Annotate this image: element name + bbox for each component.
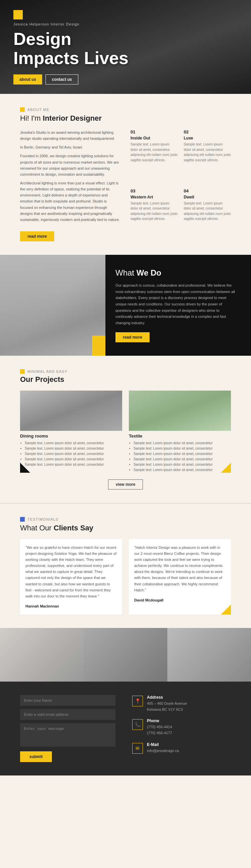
projects-section-label: Minimal and Easy xyxy=(28,369,68,373)
list-item: Sample text. Lorem ipsum dolor sit amet,… xyxy=(25,446,122,451)
testimonial-card-2: "Hatch Interior Design was a pleasure to… xyxy=(129,539,231,615)
what-image xyxy=(0,255,105,356)
about-item: 04 Dwell Sample text. Lorem ipsum dolor … xyxy=(184,188,231,241)
contact-phone-item: 📞 Phone (770) 456-4414(770) 456-4177 xyxy=(132,718,231,736)
about-read-more-button[interactable]: read more xyxy=(20,231,54,241)
testimonial-author-2: David Mcdougall xyxy=(134,597,225,603)
list-item: Sample text. Lorem ipsum dolor sit amet,… xyxy=(25,451,122,457)
contact-address-item: 📍 Address 405 – 460 Doyle AvenueKelowna … xyxy=(132,695,231,712)
test-yellow-corner xyxy=(221,604,231,615)
contact-form: submit xyxy=(20,695,126,762)
message-textarea[interactable] xyxy=(20,723,115,747)
list-item: Sample text: Lorem ipsum dolor sit amet,… xyxy=(134,440,231,446)
what-yellow-block xyxy=(92,336,105,356)
testimonials-section: Testimonials What Our Clients Say "We ar… xyxy=(0,503,251,628)
about-item-title: Western Art xyxy=(131,195,178,199)
view-more-button[interactable]: view more xyxy=(108,479,143,490)
submit-button[interactable]: submit xyxy=(20,751,52,762)
about-item-num: 01 xyxy=(131,129,178,134)
hero-title-line2: Impacts Lives xyxy=(13,49,238,68)
address-info: Address 405 – 460 Doyle AvenueKelowna BC… xyxy=(147,695,187,712)
about-p1: Jessika's Studio is an award winning arc… xyxy=(20,129,120,142)
address-icon: 📍 xyxy=(132,696,143,706)
about-item-title: Luxe xyxy=(184,136,231,141)
contact-info: 📍 Address 405 – 460 Doyle AvenueKelowna … xyxy=(126,695,231,762)
list-item: Sample text: Lorem ipsum dolor sit amet,… xyxy=(134,467,231,473)
list-item: Sample text: Lorem ipsum dolor sit amet,… xyxy=(134,446,231,451)
dining-image xyxy=(20,391,122,431)
about-accent-square xyxy=(20,107,25,112)
what-text: Our approach is curious, collaborative a… xyxy=(115,282,238,326)
email-input[interactable] xyxy=(20,709,115,720)
testimonial-text-2: "Hatch Interior Design was a pleasure to… xyxy=(134,545,225,593)
project-triangle-right xyxy=(221,463,231,473)
about-title-pre: Hi! I'm xyxy=(20,114,43,122)
about-title: Hi! I'm Interior Designer xyxy=(20,114,231,123)
gallery-image-1 xyxy=(0,628,84,682)
about-item-text: Sample text. Lorem ipsum dolor sit amet,… xyxy=(131,201,178,222)
email-text: info@jessdesign.ca xyxy=(147,748,179,754)
list-item: Sample text: Lorem ipsum dolor sit amet,… xyxy=(134,457,231,462)
email-label: E-Mail xyxy=(147,742,179,747)
testimonials-title: What Our Clients Say xyxy=(20,524,231,532)
email-icon: ✉ xyxy=(132,743,143,754)
about-section: About Me Hi! I'm Interior Designer Jessi… xyxy=(0,94,251,255)
projects-accent-square xyxy=(20,369,25,374)
projects-title: Our Projects xyxy=(20,375,231,384)
phone-icon: 📞 xyxy=(132,719,143,730)
about-left-col: Jessika's Studio is an award winning arc… xyxy=(20,129,120,241)
textile-list: Sample text: Lorem ipsum dolor sit amet,… xyxy=(129,440,231,473)
about-item-text: Sample text. Lorem ipsum dolor sit amet,… xyxy=(184,201,231,222)
about-item: 03 Western Art Sample text. Lorem ipsum … xyxy=(131,188,178,241)
project-triangle-left xyxy=(20,463,30,473)
hero-buttons: about us contact us xyxy=(13,74,238,85)
name-input[interactable] xyxy=(20,695,115,706)
about-grid: Jessika's Studio is an award winning arc… xyxy=(20,129,231,241)
about-button[interactable]: about us xyxy=(13,74,42,85)
about-item-num: 04 xyxy=(184,188,231,193)
about-item: 02 Luxe Sample text. Lorem ipsum dolor s… xyxy=(184,129,231,182)
about-item-title: Dwell xyxy=(184,195,231,199)
what-title: What We Do xyxy=(115,268,238,278)
hero-title-line1: Design xyxy=(13,30,238,49)
about-label-row: About Me xyxy=(20,107,231,112)
about-item-text: Sample text. Lorem ipsum dolor sit amet,… xyxy=(131,142,178,163)
about-item-title: Inside Out xyxy=(131,136,178,141)
about-item-num: 03 xyxy=(131,188,178,193)
gallery-image-2 xyxy=(84,628,167,682)
testimonials-section-label: Testimonials xyxy=(28,517,59,521)
about-section-label: About Me xyxy=(28,107,49,112)
list-item: Sample text. Lorem ipsum dolor sit amet,… xyxy=(25,457,122,462)
contact-section: submit 📍 Address 405 – 460 Doyle AvenueK… xyxy=(0,682,251,775)
hero-accent-square xyxy=(13,10,23,20)
projects-section: Minimal and Easy Our Projects Dining roo… xyxy=(0,356,251,503)
contact-email-item: ✉ E-Mail info@jessdesign.ca xyxy=(132,742,231,754)
testimonial-author-1: Hannah Maclennan xyxy=(26,603,117,609)
projects-grid: Dining rooms Sample text. Lorem ipsum do… xyxy=(20,391,231,473)
list-item: Sample text: Lorem ipsum dolor sit amet,… xyxy=(134,451,231,457)
dining-list: Sample text. Lorem ipsum dolor sit amet,… xyxy=(20,440,122,467)
testimonials-grid: "We are so grateful to have chosen Hatch… xyxy=(20,539,231,615)
testimonial-card-1: "We are so grateful to have chosen Hatch… xyxy=(20,539,122,615)
address-label: Address xyxy=(147,695,187,700)
contact-button[interactable]: contact us xyxy=(45,74,78,85)
what-content: What We Do Our approach is curious, coll… xyxy=(105,255,251,356)
projects-label-row: Minimal and Easy xyxy=(20,369,231,374)
textile-title: Textile xyxy=(129,434,231,438)
test-title-main: Clients Say xyxy=(53,524,94,532)
gallery-image-3 xyxy=(167,628,251,682)
what-image-inner xyxy=(0,255,105,356)
project-card-dining: Dining rooms Sample text. Lorem ipsum do… xyxy=(20,391,122,473)
what-read-more-button[interactable]: read more xyxy=(115,332,150,342)
hero-brand: Jessica Helperson Interior Design xyxy=(13,22,238,26)
phone-info: Phone (770) 456-4414(770) 456-4177 xyxy=(147,718,172,736)
what-title-pre: What xyxy=(115,268,137,277)
about-right-col: 01 Inside Out Sample text. Lorem ipsum d… xyxy=(131,129,231,241)
testimonials-label-row: Testimonials xyxy=(20,517,231,522)
email-info: E-Mail info@jessdesign.ca xyxy=(147,742,179,754)
about-p2: in Berlin, Germany and Tel Aviv, Israel. xyxy=(20,144,120,150)
project-card-textile: Textile Sample text: Lorem ipsum dolor s… xyxy=(129,391,231,473)
testimonial-text-1: "We are so grateful to have chosen Hatch… xyxy=(26,545,117,599)
list-item: Sample text: Lorem ipsum dolor sit amet,… xyxy=(134,462,231,467)
hero-content: Jessica Helperson Interior Design Design… xyxy=(0,0,251,94)
